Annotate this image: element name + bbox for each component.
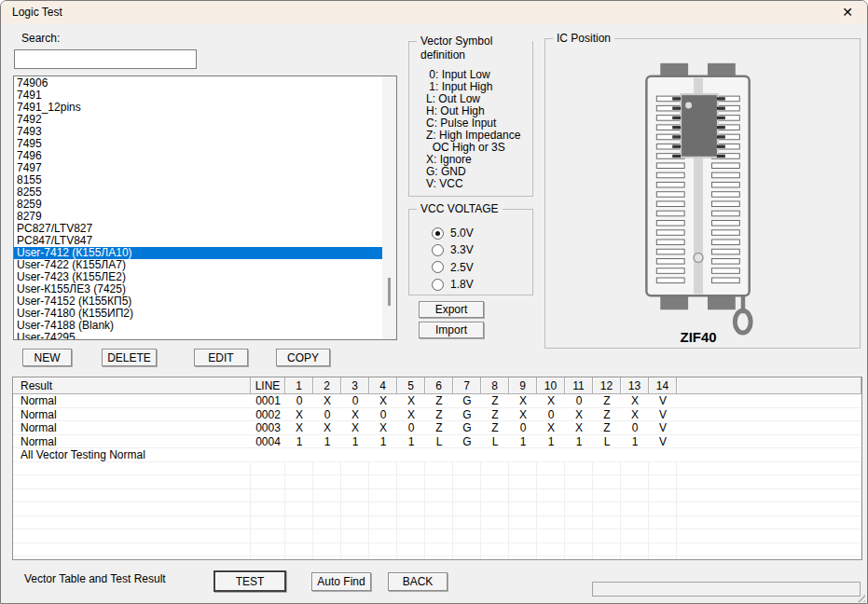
list-item[interactable]: 8279 — [14, 211, 396, 223]
list-item[interactable]: 7495 — [14, 138, 396, 150]
list-item[interactable]: PC827/LTV827 — [14, 223, 396, 235]
list-item[interactable]: User-74188 (Blank) — [14, 320, 396, 332]
list-item[interactable]: 8259 — [14, 199, 396, 211]
close-icon[interactable]: ✕ — [834, 1, 861, 23]
search-input[interactable] — [14, 49, 197, 69]
list-item[interactable]: User-74295 — [14, 332, 396, 340]
list-item[interactable]: User-7422 (К155ЛА7) — [14, 259, 396, 271]
vcc-radio-2.5V[interactable]: 2.5V — [432, 261, 474, 274]
table-row[interactable]: Normal000411111LGL111L1V — [13, 435, 861, 449]
import-button[interactable]: Import — [419, 322, 484, 338]
table-row[interactable]: Normal00010X0XXZGZXX0ZXV — [13, 394, 861, 408]
table-cell: 1 — [285, 435, 313, 449]
list-item[interactable]: 7492 — [14, 114, 396, 126]
new-button[interactable]: NEW — [22, 349, 72, 366]
table-row[interactable]: Normal0003XXXX0ZGZ0XXZ0V — [13, 421, 861, 435]
list-item[interactable]: 7493 — [14, 126, 396, 138]
table-row[interactable] — [13, 516, 861, 530]
table-cell: X — [509, 394, 537, 408]
column-header[interactable]: 3 — [341, 378, 369, 394]
pin1-indicator — [685, 103, 692, 109]
table-cell — [369, 462, 397, 476]
scrollbar-thumb[interactable] — [388, 278, 391, 306]
table-row[interactable] — [13, 502, 861, 516]
copy-button[interactable]: COPY — [276, 349, 330, 366]
table-row[interactable] — [13, 556, 861, 560]
list-item[interactable]: User-7412 (К155ЛА10) — [14, 247, 383, 259]
list-scrollbar[interactable] — [382, 76, 396, 339]
list-item[interactable]: User-К155ЛЕ3 (7425) — [14, 283, 396, 295]
column-header[interactable]: 8 — [481, 378, 509, 394]
column-header[interactable]: 10 — [537, 378, 565, 394]
table-cell — [565, 516, 593, 530]
table-cell: 0002 — [251, 408, 285, 422]
export-button[interactable]: Export — [419, 301, 484, 318]
column-header[interactable]: 14 — [649, 378, 677, 394]
table-cell — [453, 502, 481, 516]
column-header[interactable] — [677, 378, 861, 394]
list-item[interactable]: 74906 — [14, 77, 396, 89]
test-button[interactable]: TEST — [214, 570, 286, 592]
pin-slot — [711, 268, 739, 274]
table-cell — [285, 475, 313, 489]
table-cell — [453, 475, 481, 489]
table-row[interactable] — [13, 462, 861, 476]
vcc-radio-5.0V[interactable]: 5.0V — [432, 226, 474, 240]
column-header[interactable]: 12 — [593, 378, 621, 394]
socket-label: ZIF40 — [681, 330, 717, 345]
table-row[interactable] — [13, 489, 861, 503]
table-cell — [481, 448, 509, 462]
column-header[interactable]: Result — [13, 378, 251, 394]
table-cell — [677, 556, 861, 560]
list-item[interactable]: PC847/LTV847 — [14, 235, 396, 247]
column-header[interactable]: LINE — [251, 378, 285, 394]
column-header[interactable]: 6 — [425, 378, 453, 394]
back-button[interactable]: BACK — [388, 572, 448, 591]
list-item[interactable]: 8255 — [14, 186, 396, 199]
list-item[interactable]: User-74180 (К155ИП2) — [14, 308, 396, 320]
list-item[interactable]: 7491_12pins — [14, 102, 396, 114]
table-row[interactable] — [13, 475, 861, 489]
edit-button[interactable]: EDIT — [194, 349, 248, 366]
table-cell — [341, 502, 369, 516]
table-cell — [481, 489, 509, 503]
column-header[interactable]: 7 — [453, 378, 481, 394]
table-cell — [285, 448, 313, 462]
delete-button[interactable]: DELETE — [102, 349, 157, 366]
table-cell — [621, 475, 649, 489]
table-cell: Z — [481, 421, 509, 435]
list-item[interactable]: User-7423 (К155ЛЕ2) — [14, 271, 396, 283]
chip-pin — [672, 97, 681, 100]
list-item[interactable]: 7491 — [14, 89, 396, 102]
column-header[interactable]: 1 — [285, 378, 313, 394]
table-row[interactable]: Normal0002X0X0XZGZX0XZXV — [13, 408, 861, 422]
table-cell — [621, 556, 649, 560]
auto-find-button[interactable]: Auto Find — [311, 572, 371, 591]
column-header[interactable]: 4 — [369, 378, 397, 394]
table-cell — [677, 543, 861, 557]
ic-position-panel: IC Position ZIF40 — [544, 38, 861, 349]
column-header[interactable]: 9 — [509, 378, 537, 394]
zif-socket-graphic: ZIF40 — [545, 39, 860, 348]
table-cell — [251, 475, 285, 489]
resize-grip[interactable] — [855, 592, 865, 602]
table-row[interactable] — [13, 529, 861, 543]
column-header[interactable]: 13 — [621, 378, 649, 394]
column-header[interactable]: 5 — [397, 378, 425, 394]
column-header[interactable]: 11 — [565, 378, 593, 394]
column-header[interactable]: 2 — [313, 378, 341, 394]
list-item[interactable]: 7496 — [14, 150, 396, 162]
table-cell — [537, 489, 565, 503]
list-item[interactable]: 7497 — [14, 162, 396, 174]
chip-listbox[interactable]: 7490674917491_12pins74927493749574967497… — [13, 76, 397, 340]
list-item[interactable]: 8155 — [14, 174, 396, 186]
table-cell — [397, 516, 425, 530]
table-cell — [593, 448, 621, 462]
table-cell — [285, 489, 313, 503]
vcc-radio-1.8V[interactable]: 1.8V — [432, 278, 474, 291]
table-row[interactable]: All Vector Testing Normal — [13, 448, 861, 462]
table-cell — [565, 556, 593, 560]
list-item[interactable]: User-74152 (К155КП5) — [14, 295, 396, 308]
table-row[interactable] — [13, 543, 861, 557]
vcc-radio-3.3V[interactable]: 3.3V — [432, 243, 474, 256]
